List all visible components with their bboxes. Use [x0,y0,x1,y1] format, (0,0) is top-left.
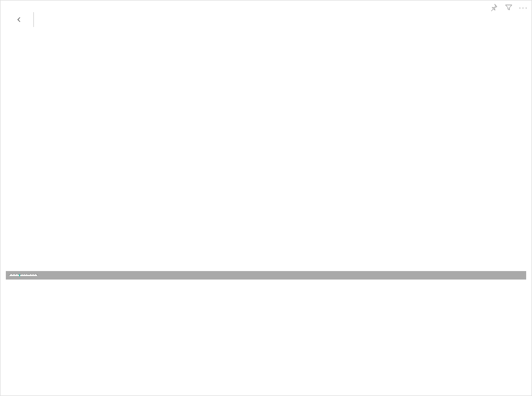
filter-icon[interactable] [504,3,513,12]
pin-icon[interactable] [489,3,499,12]
legend-item-last-year[interactable] [26,37,33,42]
legend-swatch-this-year [11,37,16,42]
col-header-this-year[interactable] [20,275,29,276]
data-table-zone [6,271,526,280]
chevron-left-icon [15,16,23,23]
col-header-last-year[interactable] [29,275,38,276]
area-chart[interactable] [8,45,526,265]
data-table[interactable] [9,274,38,276]
back-to-report-button[interactable] [15,12,34,27]
col-header-fiscalmonth[interactable] [10,275,20,276]
more-icon[interactable]: ··· [519,3,528,12]
chart-legend [1,31,531,45]
legend-item-this-year[interactable] [11,37,19,42]
header-bar [1,1,531,31]
legend-swatch-last-year [26,37,31,42]
